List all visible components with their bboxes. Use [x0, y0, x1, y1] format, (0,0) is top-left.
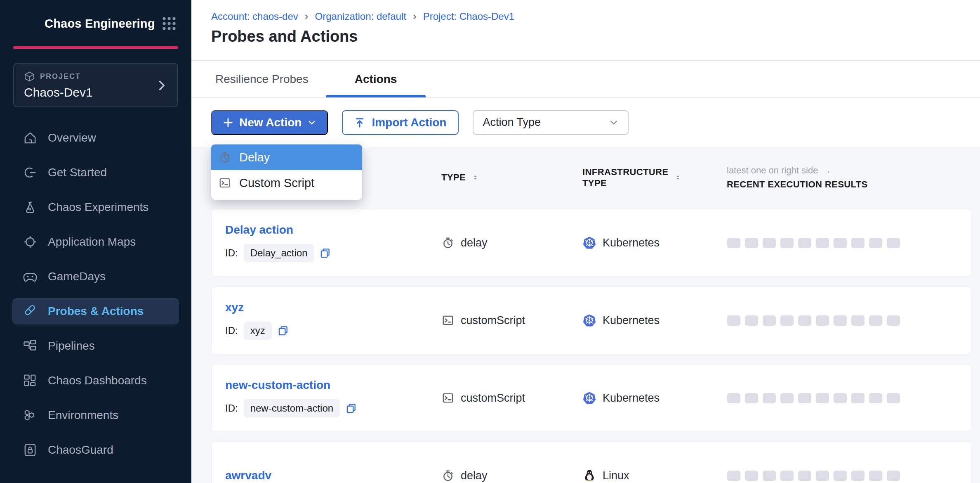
sidebar-item-chaos-experiments[interactable]: Chaos Experiments — [12, 194, 179, 220]
sidebar-item-overview[interactable]: Overview — [12, 125, 179, 151]
action-name-link[interactable]: awrvadv — [225, 469, 442, 482]
brand-divider — [13, 46, 178, 49]
execution-result-placeholder — [869, 315, 882, 326]
execution-result-placeholder — [763, 238, 776, 248]
table-body: Delay action ID: Delay_action delay K — [191, 209, 980, 483]
execution-result-placeholder — [834, 238, 847, 248]
breadcrumb-organization[interactable]: Organization: default — [315, 11, 406, 22]
import-action-button[interactable]: Import Action — [342, 110, 459, 135]
execution-result-placeholder — [851, 393, 865, 403]
sidebar-item-get-started[interactable]: Get Started — [12, 159, 179, 186]
toolbar: New Action Import Action Action Type — [191, 98, 980, 147]
stopwatch-icon — [219, 151, 231, 163]
id-chip: Delay_action — [244, 244, 314, 262]
sidebar-item-environments[interactable]: Environments — [12, 402, 179, 429]
type-cell: delay — [442, 237, 583, 249]
execution-result-placeholder — [763, 471, 776, 481]
id-label: ID: — [225, 402, 238, 414]
sidebar-item-label: Probes & Actions — [48, 305, 144, 318]
table-row: Delay action ID: Delay_action delay K — [211, 209, 972, 277]
type-cell: customScript — [442, 314, 583, 327]
test-tube-icon — [23, 304, 37, 318]
execution-result-placeholder — [834, 393, 847, 403]
sort-icon[interactable] — [472, 172, 478, 183]
cube-icon — [24, 71, 35, 82]
copy-icon[interactable] — [320, 248, 331, 259]
menu-item-label: Delay — [239, 151, 270, 164]
action-type-select[interactable]: Action Type — [473, 110, 629, 135]
sidebar-item-label: GameDays — [48, 270, 106, 283]
sidebar-item-label: Environments — [48, 409, 118, 422]
sidebar-item-probes-actions[interactable]: Probes & Actions — [12, 298, 179, 324]
execution-result-placeholder — [851, 315, 865, 326]
action-name-link[interactable]: Delay action — [225, 223, 442, 237]
upload-icon — [354, 117, 365, 128]
type-header-label: TYPE — [441, 172, 466, 183]
execution-result-placeholder — [887, 471, 900, 481]
sidebar-item-gamedays[interactable]: GameDays — [12, 263, 179, 290]
page-header: Account: chaos-dev › Organization: defau… — [191, 0, 980, 61]
sidebar-item-application-maps[interactable]: Application Maps — [12, 229, 179, 255]
recent-execution-results — [727, 315, 971, 326]
menu-item-custom-script[interactable]: Custom Script — [211, 170, 362, 196]
flask-icon — [23, 200, 37, 214]
app-title: Chaos Engineering — [45, 17, 161, 31]
breadcrumb-account[interactable]: Account: chaos-dev — [211, 11, 298, 22]
main-area: Account: chaos-dev › Organization: defau… — [191, 0, 980, 483]
project-selector[interactable]: PROJECT Chaos-Dev1 — [13, 63, 178, 107]
sidebar-item-label: Chaos Dashboards — [48, 374, 147, 387]
sidebar-nav: Overview Get Started Chaos Experiments A… — [0, 125, 191, 463]
sidebar-item-pipelines[interactable]: Pipelines — [12, 333, 179, 359]
table-row: xyz ID: xyz customScript Kubernetes — [211, 286, 972, 354]
stopwatch-icon — [442, 469, 454, 482]
execution-result-placeholder — [834, 471, 847, 481]
action-name-link[interactable]: xyz — [225, 301, 442, 314]
action-id-row: ID: new-custom-action — [225, 399, 442, 417]
execution-result-placeholder — [798, 315, 811, 326]
home-icon — [23, 131, 37, 145]
linux-icon — [583, 469, 596, 482]
sidebar-item-chaos-dashboards[interactable]: Chaos Dashboards — [12, 367, 179, 394]
app-switcher-grid-icon[interactable] — [161, 15, 177, 32]
hexagons-icon — [23, 408, 37, 422]
execution-result-placeholder — [745, 315, 758, 326]
execution-result-placeholder — [798, 238, 811, 248]
execution-result-placeholder — [798, 471, 811, 481]
id-chip: new-custom-action — [244, 399, 340, 417]
terminal-icon — [442, 314, 454, 327]
execution-result-placeholder — [780, 471, 794, 481]
type-cell: customScript — [442, 392, 583, 405]
menu-item-delay[interactable]: Delay — [211, 144, 362, 170]
menu-item-label: Custom Script — [239, 176, 314, 190]
new-action-button[interactable]: New Action — [211, 110, 328, 135]
import-action-label: Import Action — [372, 116, 446, 129]
execution-result-placeholder — [816, 393, 829, 403]
infrastructure-cell: Kubernetes — [583, 314, 727, 327]
lock-icon — [23, 443, 37, 457]
sort-icon[interactable] — [675, 172, 681, 183]
execution-result-placeholder — [780, 238, 794, 248]
copy-icon[interactable] — [346, 403, 357, 414]
pipeline-icon — [23, 339, 37, 353]
page-title: Probes and Actions — [211, 28, 980, 45]
type-value: customScript — [461, 314, 525, 327]
recent-execution-results — [727, 471, 971, 481]
execution-result-placeholder — [851, 471, 865, 481]
tab-resilience-probes[interactable]: Resilience Probes — [198, 61, 326, 97]
get-started-icon — [23, 166, 37, 180]
table-row: new-custom-action ID: new-custom-action … — [211, 364, 972, 432]
infrastructure-value: Kubernetes — [603, 314, 660, 327]
tab-actions[interactable]: Actions — [326, 61, 426, 97]
type-cell: delay — [442, 469, 583, 482]
execution-result-placeholder — [780, 315, 794, 326]
id-label: ID: — [225, 247, 238, 259]
sidebar: Chaos Engineering PROJECT Chaos-Dev1 Ove — [0, 0, 191, 483]
tab-bar: Resilience Probes Actions — [191, 61, 980, 98]
chevron-down-icon — [609, 118, 619, 128]
breadcrumb-project[interactable]: Project: Chaos-Dev1 — [423, 11, 514, 22]
action-name-link[interactable]: new-custom-action — [225, 379, 442, 392]
copy-icon[interactable] — [278, 325, 289, 336]
execution-result-placeholder — [869, 471, 882, 481]
type-value: delay — [461, 237, 488, 249]
sidebar-item-chaosguard[interactable]: ChaosGuard — [12, 437, 179, 463]
